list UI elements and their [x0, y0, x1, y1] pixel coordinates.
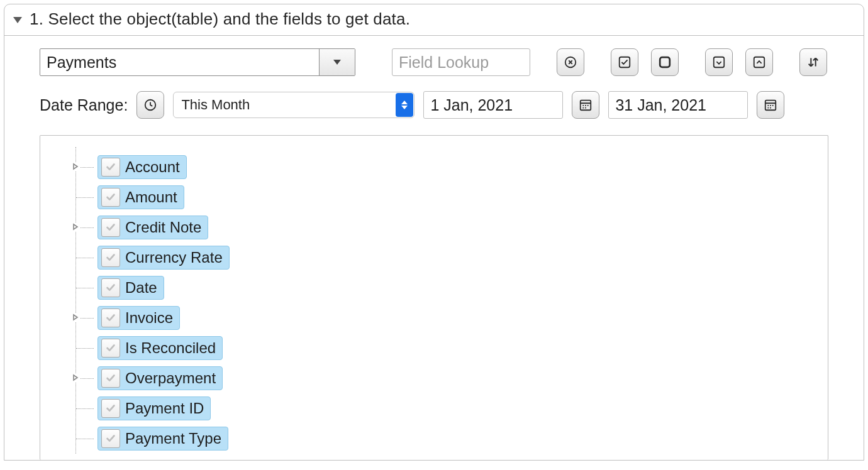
expand-all-button[interactable]: [705, 48, 733, 76]
field-tree-item: Date: [76, 273, 828, 303]
field-checkbox[interactable]: [101, 309, 120, 327]
field-tree-item: Payment ID: [76, 393, 828, 424]
field-node[interactable]: Invoice: [97, 306, 180, 330]
check-all-button[interactable]: [611, 48, 638, 76]
clear-button[interactable]: [557, 48, 584, 76]
uncheck-all-button[interactable]: [651, 48, 679, 76]
clock-icon: [143, 98, 157, 112]
field-tree-item: Overpayment: [76, 363, 828, 393]
field-label: Invoice: [125, 309, 173, 327]
date-to-input[interactable]: [608, 91, 748, 119]
expand-icon[interactable]: [71, 162, 80, 171]
field-tree-item: Amount: [76, 182, 828, 212]
field-label: Amount: [125, 189, 177, 206]
panel-body: Payments: [4, 36, 864, 460]
field-node[interactable]: Currency Rate: [97, 246, 230, 270]
field-label: Credit Note: [125, 219, 201, 236]
date-from-input[interactable]: [423, 91, 563, 119]
date-range-preset-value: This Month: [181, 97, 250, 113]
object-combo-dropdown-button[interactable]: [319, 49, 355, 75]
field-node[interactable]: Credit Note: [97, 216, 208, 239]
panel-title: 1. Select the object(table) and the fiel…: [30, 9, 410, 29]
field-node[interactable]: Overpayment: [97, 366, 223, 390]
object-combo-value: Payments: [40, 53, 319, 72]
field-label: Is Reconciled: [125, 339, 216, 357]
svg-rect-4: [754, 57, 765, 68]
fields-tree[interactable]: AccountAmountCredit NoteCurrency RateDat…: [40, 135, 828, 460]
field-node[interactable]: Is Reconciled: [97, 336, 223, 360]
expand-icon[interactable]: [71, 222, 80, 231]
field-tree-item: Payment Type: [76, 424, 828, 454]
field-checkbox[interactable]: [101, 248, 120, 267]
svg-rect-3: [714, 57, 725, 68]
object-toolbar-row: Payments: [40, 48, 828, 76]
field-node[interactable]: Payment ID: [97, 396, 211, 420]
field-node[interactable]: Payment Type: [97, 427, 228, 451]
field-checkbox[interactable]: [101, 188, 120, 207]
step-panel: 1. Select the object(table) and the fiel…: [4, 4, 864, 461]
field-node[interactable]: Date: [97, 276, 164, 300]
field-checkbox[interactable]: [101, 399, 120, 418]
field-tree-item: Account: [76, 152, 828, 182]
svg-rect-2: [660, 57, 670, 67]
field-node[interactable]: Amount: [97, 185, 184, 209]
expand-all-icon: [712, 55, 726, 69]
check-all-icon: [618, 55, 632, 69]
date-to-picker-button[interactable]: [757, 91, 784, 119]
collapse-all-icon: [752, 55, 766, 69]
expand-icon[interactable]: [71, 373, 80, 382]
date-range-row: Date Range: This Month: [40, 91, 828, 119]
field-node[interactable]: Account: [97, 155, 187, 179]
field-lookup-input[interactable]: [392, 48, 530, 76]
date-range-label: Date Range:: [40, 96, 128, 114]
clear-icon: [564, 55, 577, 69]
field-checkbox[interactable]: [101, 218, 120, 237]
field-label: Date: [125, 279, 157, 297]
field-tree-item: Currency Rate: [76, 243, 828, 273]
calendar-icon: [579, 98, 593, 112]
field-tree-item: Credit Note: [76, 212, 828, 243]
collapse-all-button[interactable]: [745, 48, 773, 76]
field-label: Account: [125, 158, 180, 176]
panel-header[interactable]: 1. Select the object(table) and the fiel…: [4, 4, 864, 36]
object-combo[interactable]: Payments: [40, 48, 355, 76]
select-stepper-icon: [396, 93, 413, 117]
clock-button[interactable]: [136, 91, 164, 119]
date-range-preset-select[interactable]: This Month: [173, 92, 415, 118]
chevron-down-icon: [333, 60, 341, 65]
field-label: Overpayment: [125, 369, 216, 387]
field-label: Payment ID: [125, 400, 204, 417]
field-checkbox[interactable]: [101, 339, 120, 358]
field-checkbox[interactable]: [101, 278, 120, 297]
field-tree-item: Is Reconciled: [76, 333, 828, 363]
uncheck-all-icon: [658, 55, 672, 69]
sort-icon: [806, 55, 820, 69]
date-from-picker-button[interactable]: [572, 91, 599, 119]
fields-tree-root: AccountAmountCredit NoteCurrency RateDat…: [75, 147, 828, 454]
field-checkbox[interactable]: [101, 429, 120, 448]
sort-button[interactable]: [799, 48, 827, 76]
field-label: Currency Rate: [125, 249, 223, 266]
field-checkbox[interactable]: [101, 369, 120, 388]
field-checkbox[interactable]: [101, 158, 120, 177]
field-tree-item: Invoice: [76, 303, 828, 333]
expand-icon[interactable]: [71, 313, 80, 322]
field-label: Payment Type: [125, 430, 221, 447]
disclosure-triangle-icon[interactable]: [13, 17, 22, 23]
calendar-icon: [764, 98, 777, 112]
